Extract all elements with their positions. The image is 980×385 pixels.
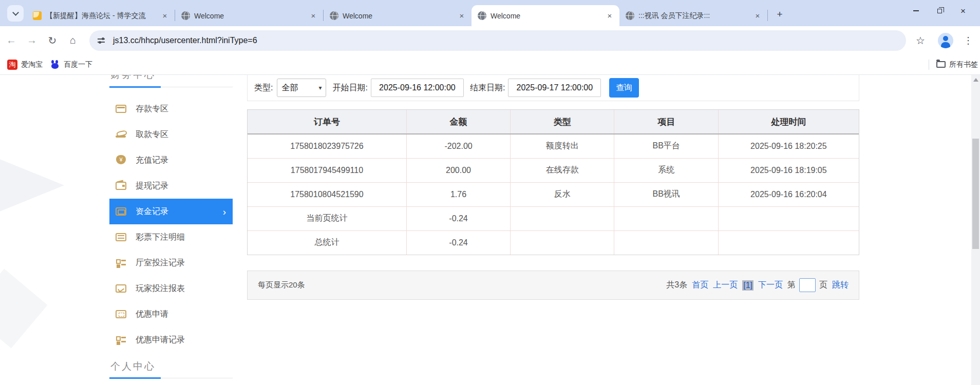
cell-process-time: 2025-09-16 18:19:05 — [718, 158, 859, 182]
page-number-input[interactable] — [799, 278, 816, 292]
prev-page-link[interactable]: 上一页 — [713, 280, 738, 291]
reload-button[interactable]: ↻ — [43, 31, 62, 50]
restore-icon — [937, 9, 942, 13]
sidebar-item-promo-apply[interactable]: 优惠申请 — [109, 301, 233, 327]
sidebar-item-promo-apply-records[interactable]: 优惠申请记录 — [109, 327, 233, 353]
all-bookmarks[interactable]: 所有书签 — [929, 60, 978, 70]
tab-close-icon[interactable]: × — [309, 11, 318, 21]
tab-welcome-1[interactable]: Welcome × — [175, 5, 323, 26]
bookmark-label: 百度一下 — [64, 60, 92, 69]
records-table-wrap: 订单号 金额 类型 项目 处理时间 1758018023975726 -202.… — [247, 109, 859, 255]
tab-video-records[interactable]: :::视讯 会员下注纪录::: × — [619, 5, 767, 26]
sidebar-menu: 存款专区 取款专区 ¥ 充值记录 提现记录 资金记录 › 彩票下注明细 — [109, 96, 233, 353]
tab-title: Welcome — [491, 12, 601, 20]
cell-stat-label: 总统计 — [248, 230, 406, 255]
cell-type: 额度转出 — [511, 134, 614, 158]
home-button[interactable]: ⌂ — [64, 31, 82, 50]
forward-button[interactable]: → — [23, 31, 41, 50]
table-row: 1758018023975726 -202.00 额度转出 BB平台 2025-… — [248, 134, 859, 158]
cell-process-time: 2025-09-16 16:20:04 — [718, 182, 859, 206]
page-scrollbar[interactable] — [971, 75, 980, 385]
jump-button[interactable]: 跳转 — [832, 280, 849, 291]
tab-strip: 【新提醒】海燕论坛 - 博学交流 × Welcome × Welcome × W… — [0, 0, 980, 26]
cell-type: 在线存款 — [511, 158, 614, 182]
maximize-button[interactable] — [928, 0, 951, 22]
next-page-link[interactable]: 下一页 — [758, 280, 783, 291]
globe-favicon-icon — [181, 11, 190, 20]
tab-close-icon[interactable]: × — [753, 11, 762, 21]
browser-toolbar: ← → ↻ ⌂ js13.cc/hhcp/usercenter.html?ini… — [0, 26, 980, 54]
wallet-icon — [116, 182, 126, 190]
start-date-input[interactable] — [371, 79, 464, 97]
sidebar-item-player-bet-report[interactable]: 玩家投注报表 — [109, 276, 233, 301]
browser-menu-icon[interactable]: ⋮ — [960, 35, 976, 46]
cell-project: BB平台 — [614, 134, 718, 158]
section-underline — [109, 378, 233, 378]
sidebar-item-deposit-zone[interactable]: 存款专区 — [109, 96, 233, 122]
sidebar-item-funds-records[interactable]: 资金记录 › — [109, 199, 233, 224]
sidebar-item-label: 优惠申请记录 — [136, 335, 185, 345]
bookmark-taobao[interactable]: 淘 爱淘宝 — [7, 60, 43, 70]
scrollbar-thumb[interactable] — [972, 139, 979, 249]
tab-forum[interactable]: 【新提醒】海燕论坛 - 博学交流 × — [27, 5, 175, 26]
sidebar-item-label: 厅室投注记录 — [136, 258, 185, 268]
deposit-card-icon — [116, 105, 126, 113]
new-tab-button[interactable]: + — [773, 8, 786, 21]
sidebar-item-label: 取款专区 — [136, 129, 168, 140]
cell-amount: 200.00 — [406, 158, 510, 182]
money-bag-icon: ¥ — [116, 156, 126, 164]
end-date-input[interactable] — [508, 79, 601, 97]
url-text: js13.cc/hhcp/usercenter.html?iniType=6 — [113, 36, 257, 45]
search-button[interactable]: 查询 — [609, 78, 639, 98]
pagination-bar: 每页显示20条 共3条 首页 上一页 [1] 下一页 第 页 跳转 — [247, 271, 859, 300]
tab-search-button[interactable] — [7, 5, 24, 22]
bookmark-star-icon[interactable]: ☆ — [910, 34, 931, 47]
table-header-row: 订单号 金额 类型 项目 处理时间 — [248, 110, 859, 134]
jump-prefix-label: 第 — [787, 280, 796, 291]
baidu-paw-icon — [50, 60, 60, 70]
globe-favicon-icon — [478, 11, 486, 20]
site-settings-icon[interactable] — [98, 37, 106, 44]
type-label: 类型: — [254, 83, 273, 93]
minimize-button[interactable] — [904, 0, 928, 22]
tab-close-icon[interactable]: × — [160, 11, 169, 21]
withdraw-hand-icon — [116, 130, 126, 139]
sidebar-item-room-bet-records[interactable]: 厅室投注记录 — [109, 250, 233, 276]
back-button[interactable]: ← — [2, 31, 21, 50]
bookmark-baidu[interactable]: 百度一下 — [50, 60, 92, 70]
tab-close-icon[interactable]: × — [605, 11, 614, 21]
tab-close-icon[interactable]: × — [457, 11, 466, 21]
cell-process-time: 2025-09-16 18:20:25 — [718, 134, 859, 158]
sidebar-item-withdraw-zone[interactable]: 取款专区 — [109, 122, 233, 147]
sidebar-item-lottery-bet-details[interactable]: 彩票下注明细 — [109, 224, 233, 250]
end-date-label: 结束日期: — [470, 83, 505, 93]
profile-avatar[interactable] — [938, 33, 953, 48]
col-project: 项目 — [614, 110, 718, 134]
cell-project: BB视讯 — [614, 182, 718, 206]
tab-title: :::视讯 会员下注纪录::: — [638, 11, 749, 21]
jump-suffix-label: 页 — [819, 280, 827, 291]
tab-welcome-active[interactable]: Welcome × — [472, 5, 619, 26]
main-panel: 类型: 全部 ▾ 开始日期: 结束日期: 查询 订单号 金额 类型 项目 — [247, 75, 859, 300]
close-window-button[interactable]: × — [951, 0, 975, 22]
sidebar-item-recharge-records[interactable]: ¥ 充值记录 — [109, 147, 233, 173]
cell-order-no: 1758018023975726 — [248, 134, 406, 158]
sidebar-item-label: 玩家投注报表 — [136, 283, 185, 294]
sidebar-item-label: 提现记录 — [136, 181, 168, 191]
filter-bar: 类型: 全部 ▾ 开始日期: 结束日期: 查询 — [247, 75, 859, 101]
tab-welcome-2[interactable]: Welcome × — [324, 5, 472, 26]
section-underline — [109, 87, 233, 87]
all-bookmarks-label: 所有书签 — [949, 60, 978, 69]
table-row: 1758010804521590 1.76 反水 BB视讯 2025-09-16… — [248, 182, 859, 206]
type-select[interactable]: 全部 ▾ — [277, 79, 326, 97]
page-content: 财务中心 存款专区 取款专区 ¥ 充值记录 提现记录 资金记录 — [0, 75, 980, 385]
sidebar-item-label: 充值记录 — [136, 155, 168, 166]
cell-amount: -0.24 — [406, 230, 510, 255]
scroll-up-arrow-icon[interactable] — [973, 78, 978, 82]
table-row-total-stats: 总统计 -0.24 — [248, 230, 859, 255]
address-bar[interactable]: js13.cc/hhcp/usercenter.html?iniType=6 — [89, 30, 906, 51]
cell-order-no: 1758017945499110 — [248, 158, 406, 182]
sidebar-item-withdrawal-records[interactable]: 提现记录 — [109, 173, 233, 199]
first-page-link[interactable]: 首页 — [692, 280, 708, 291]
tab-title: 【新提醒】海燕论坛 - 博学交流 — [46, 11, 156, 21]
